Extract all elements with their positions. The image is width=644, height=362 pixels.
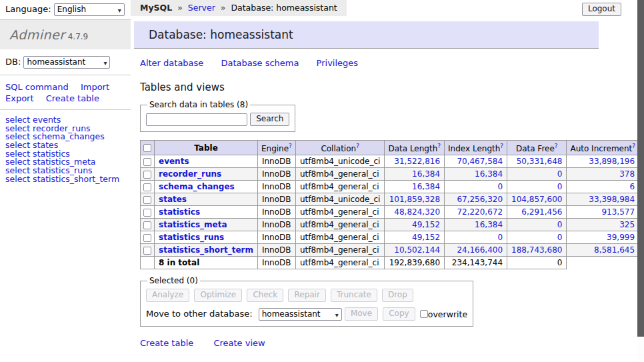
row-checkbox[interactable] — [143, 209, 151, 217]
data-free-link[interactable]: 188,743,680 — [511, 245, 562, 255]
auto-increment-link[interactable]: 378 — [619, 169, 635, 179]
help-link[interactable]: ? — [632, 143, 635, 149]
data-free-link[interactable]: 104,857,600 — [511, 195, 562, 204]
db-select[interactable]: homeassistant ▾ — [23, 56, 110, 69]
table-link[interactable]: statistics — [159, 207, 200, 217]
collation-cell: utf8mb4_unicode_ci — [295, 193, 385, 206]
column-header-auto-increment: Auto Increment? — [567, 141, 639, 155]
help-link[interactable]: ? — [356, 143, 359, 149]
table-link[interactable]: recorder_runs — [159, 169, 221, 179]
data-length-link[interactable]: 16,384 — [412, 182, 440, 191]
language-select[interactable]: English ▾ — [54, 3, 125, 16]
engine-cell: InnoDB — [257, 181, 295, 193]
table-row: states InnoDB utf8mb4_unicode_ci 101,859… — [141, 193, 644, 206]
logout-button[interactable]: Logout — [582, 3, 621, 16]
help-link[interactable]: ? — [500, 143, 503, 149]
auto-increment-link[interactable]: 6 — [629, 182, 635, 191]
breadcrumb-separator: » — [221, 3, 226, 13]
main-content: MySQL » Server » Database: homeassistant… — [131, 0, 636, 362]
column-header-table: Table — [155, 141, 258, 155]
table-row: statistics_runs InnoDB utf8mb4_general_c… — [141, 231, 644, 244]
truncate-button[interactable]: Truncate — [331, 289, 377, 302]
overwrite-checkbox[interactable] — [420, 310, 428, 318]
data-free-link[interactable]: 0 — [557, 169, 563, 179]
auto-increment-link[interactable]: 8,581,645 — [594, 245, 635, 255]
table-link[interactable]: statistics_runs — [159, 233, 224, 242]
search-button[interactable]: Search — [250, 113, 289, 126]
index-length-link[interactable]: 72,220,672 — [457, 207, 503, 217]
auto-increment-link[interactable]: 39,999 — [607, 233, 635, 242]
analyze-button[interactable]: Analyze — [146, 289, 189, 302]
privileges-link[interactable]: Privileges — [317, 58, 359, 68]
sidebar-item-select-statistics-short-term[interactable]: select statistics_short_term — [5, 174, 119, 184]
row-checkbox[interactable] — [143, 171, 151, 179]
move-db-select[interactable]: homeassistant ▾ — [259, 308, 342, 321]
sidebar-link-create-table[interactable]: Create table — [46, 93, 99, 103]
row-checkbox[interactable] — [143, 221, 151, 229]
index-length-link[interactable]: 67,256,320 — [457, 195, 503, 204]
auto-increment-link[interactable]: 33,898,196 — [589, 157, 635, 166]
index-length-link[interactable]: 16,384 — [475, 220, 503, 229]
data-length-link[interactable]: 48,824,320 — [394, 207, 440, 217]
index-length-link[interactable]: 0 — [497, 233, 503, 242]
search-input[interactable] — [146, 113, 247, 126]
help-link[interactable]: ? — [555, 143, 558, 149]
auto-increment-link[interactable]: 325 — [619, 220, 635, 229]
data-free-link[interactable]: 0 — [557, 182, 563, 191]
search-fieldset: Search data in tables (8) Search — [140, 100, 295, 132]
tables-overview-table: Table Engine? Collation? Data Length? In… — [140, 140, 644, 269]
create-table-link[interactable]: Create table — [140, 338, 193, 348]
row-checkbox[interactable] — [143, 196, 151, 204]
database-schema-link[interactable]: Database schema — [221, 58, 299, 68]
help-link[interactable]: ? — [437, 143, 441, 149]
data-length-link[interactable]: 49,152 — [412, 233, 440, 242]
row-checkbox[interactable] — [143, 183, 151, 191]
check-button[interactable]: Check — [247, 289, 283, 302]
sidebar-link-export[interactable]: Export — [5, 93, 34, 103]
index-length-link[interactable]: 16,384 — [475, 169, 503, 179]
data-free-link[interactable]: 6,291,456 — [521, 207, 562, 217]
create-view-link[interactable]: Create view — [213, 338, 265, 348]
sidebar-link-import[interactable]: Import — [81, 82, 109, 92]
row-checkbox[interactable] — [143, 158, 151, 166]
data-free-link[interactable]: 0 — [557, 233, 563, 242]
data-length-link[interactable]: 49,152 — [412, 220, 440, 229]
data-length-link[interactable]: 16,384 — [412, 169, 440, 179]
index-length-link[interactable]: 0 — [497, 182, 503, 191]
collation-cell: utf8mb4_general_ci — [295, 206, 385, 219]
help-link[interactable]: ? — [289, 143, 292, 149]
breadcrumb-server-link[interactable]: Server — [188, 3, 215, 13]
data-free-link[interactable]: 0 — [557, 220, 563, 229]
table-link[interactable]: schema_changes — [159, 182, 235, 191]
page-title: Database: homeassistant — [134, 21, 599, 49]
index-length-link[interactable]: 24,166,400 — [457, 245, 503, 255]
move-button[interactable]: Move — [345, 307, 378, 321]
data-free-link[interactable]: 50,331,648 — [517, 157, 563, 166]
table-link[interactable]: statistics_meta — [159, 220, 227, 229]
optimize-button[interactable]: Optimize — [194, 289, 242, 302]
data-length-link[interactable]: 10,502,144 — [394, 245, 440, 255]
table-link[interactable]: events — [159, 157, 189, 166]
scrollbar[interactable] — [637, 0, 644, 362]
select-all-checkbox[interactable] — [143, 144, 151, 152]
row-checkbox[interactable] — [143, 234, 151, 242]
copy-button[interactable]: Copy — [383, 307, 415, 321]
search-legend: Search data in tables (8) — [147, 100, 250, 109]
data-length-link[interactable]: 31,522,816 — [394, 157, 440, 166]
auto-increment-link[interactable]: 33,398,984 — [589, 195, 635, 204]
table-link[interactable]: statistics_short_term — [159, 245, 253, 255]
table-link[interactable]: states — [159, 195, 187, 204]
sidebar: Language: English ▾ Adminer 4.7.9 DB: ho… — [0, 0, 131, 362]
repair-button[interactable]: Repair — [288, 289, 325, 302]
data-length-link[interactable]: 101,859,328 — [389, 195, 440, 204]
index-length-link[interactable]: 70,467,584 — [457, 157, 503, 166]
auto-increment-link[interactable]: 913,577 — [601, 207, 635, 217]
engine-cell: InnoDB — [257, 193, 295, 206]
scrollbar-thumb[interactable] — [637, 0, 644, 337]
drop-button[interactable]: Drop — [382, 289, 413, 302]
sidebar-link-sql-command[interactable]: SQL command — [5, 82, 69, 92]
database-actions: Alter database Database schema Privilege… — [140, 58, 636, 68]
alter-database-link[interactable]: Alter database — [140, 58, 203, 68]
selected-fieldset: Selected (0) Analyze Optimize Check Repa… — [140, 276, 473, 327]
row-checkbox[interactable] — [143, 247, 151, 255]
